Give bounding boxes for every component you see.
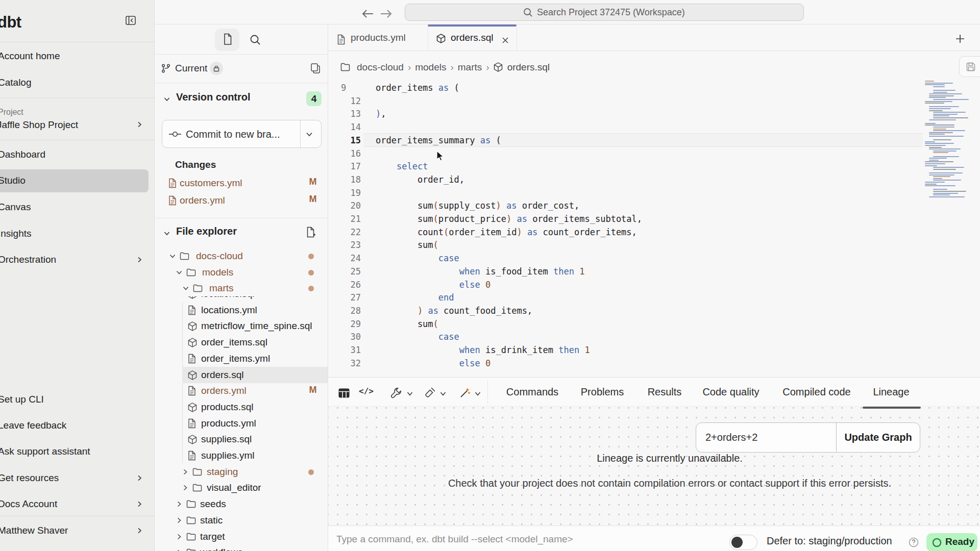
defer-toggle-knob (731, 537, 743, 548)
tab-products-yml[interactable]: products.yml (351, 31, 406, 44)
code-view-icon[interactable]: </> (359, 386, 374, 396)
user-menu[interactable]: Matthew Shaver (0, 522, 68, 539)
code-line: count(order_item_id) as count_order_item… (376, 226, 980, 239)
panel-tab-lineage[interactable]: Lineage (873, 378, 909, 407)
tree-item-label: supplies.sql (201, 431, 252, 447)
ai-wand-icon[interactable] (459, 387, 471, 398)
back-arrow-icon[interactable] (361, 8, 374, 19)
sidebar-item-ask-support-assistant[interactable]: Ask support assistant (0, 443, 90, 460)
minimap-line (933, 90, 955, 91)
code-line: select (376, 160, 980, 173)
chevron-right-icon (176, 500, 182, 508)
minimap-line (933, 194, 950, 195)
tree-item-workflows[interactable]: workflows (155, 544, 328, 551)
chevron-right-icon (182, 484, 188, 491)
folder-icon (186, 548, 196, 551)
sidebar-item-canvas[interactable]: Canvas (0, 199, 31, 215)
sidebar-item-leave-feedback[interactable]: Leave feedback (0, 417, 66, 434)
minimap-line (933, 167, 964, 168)
tree-item-label: order_items.sql (201, 334, 267, 350)
new-tab-plus-icon[interactable] (955, 34, 965, 43)
line-number: 17 (334, 160, 361, 173)
minimap-line (929, 160, 939, 161)
minimap-line (925, 145, 946, 146)
minimap-line (933, 130, 965, 131)
minimap-line (933, 176, 950, 177)
panel-tab-commands[interactable]: Commands (506, 378, 558, 407)
build-tools-icon[interactable] (390, 387, 402, 398)
tab-orders-sql[interactable]: orders.sql (451, 31, 493, 44)
sidebar-collapse-icon[interactable] (126, 16, 136, 25)
help-icon[interactable] (909, 537, 919, 547)
sidebar-item-docs-account[interactable]: Docs Account (0, 496, 57, 512)
chevron-right-icon (176, 517, 182, 524)
code-line: order_items as ( (376, 81, 980, 94)
tree-item-label: staging (207, 464, 238, 480)
update-graph-button[interactable]: Update Graph (836, 423, 920, 452)
tree-item-orders-yml[interactable]: orders.ymlM (155, 383, 328, 399)
defer-toggle[interactable] (729, 535, 757, 550)
ai-wand-chevron-icon[interactable] (474, 391, 481, 397)
top-header: Search Project 372475 (Workspace) (155, 0, 980, 24)
tree-item-products-sql[interactable]: products.sql (155, 399, 328, 415)
results-table-icon[interactable] (338, 388, 350, 398)
folder-icon (186, 268, 196, 277)
tree-item-metricflow-time-spine-sql[interactable]: metricflow_time_spine.sql (155, 318, 328, 334)
user-chevron-icon[interactable] (136, 527, 143, 534)
line-number: 23 (334, 238, 361, 252)
tree-item-static[interactable]: static (155, 512, 328, 529)
tree-item-target[interactable]: target (155, 529, 328, 545)
save-button[interactable] (959, 56, 980, 77)
tree-item-seeds[interactable]: seeds (155, 496, 328, 512)
lineage-selector-group: 2+orders+2 Update Graph (696, 422, 920, 453)
tree-item-models[interactable]: models (155, 264, 328, 281)
tree-item-locations-yml[interactable]: locations.yml (155, 302, 328, 318)
build-tools-chevron-icon[interactable] (406, 391, 413, 397)
sidebar-item-orchestration[interactable]: Orchestration (0, 252, 56, 268)
modified-dot (308, 286, 314, 291)
panel-tab-results[interactable]: Results (648, 378, 682, 407)
tree-item-label: static (200, 512, 223, 529)
tree-item-orders-sql[interactable]: orders.sql (155, 367, 328, 383)
sidebar-item-dashboard[interactable]: Dashboard (0, 146, 45, 163)
tree-item-supplies-yml[interactable]: supplies.yml (155, 447, 328, 464)
tree-item-staging[interactable]: staging (155, 464, 328, 480)
line-number: 26 (334, 278, 361, 291)
save-disk-icon (966, 62, 975, 71)
tree-item-products-yml[interactable]: products.yml (155, 415, 328, 432)
panel-tab-compiled-code[interactable]: Compiled code (782, 378, 850, 407)
command-input[interactable]: Type a command, ex. dbt build --select <… (336, 534, 573, 545)
line-number: 12 (334, 94, 361, 108)
lineage-selector-input[interactable]: 2+orders+2 (705, 423, 757, 452)
line-number: 25 (334, 265, 361, 278)
tree-item-docs-cloud[interactable]: docs-cloud (155, 248, 328, 264)
tree-item-order-items-sql[interactable]: order_items.sql (155, 334, 328, 350)
sidebar-item-catalog[interactable]: Catalog (0, 74, 32, 91)
tree-item-order-items-yml[interactable]: order_items.yml (155, 350, 328, 367)
minimap-line (933, 193, 958, 194)
project-chevron-icon[interactable] (136, 121, 143, 128)
project-name[interactable]: Jaffle Shop Project (0, 117, 78, 133)
tree-item-supplies-sql[interactable]: supplies.sql (155, 431, 328, 447)
sidebar-item-insights[interactable]: Insights (0, 226, 31, 242)
code-line: order_items_summary as ( (376, 134, 980, 147)
line-number: 20 (334, 199, 361, 212)
code-line: sum( (376, 317, 980, 331)
format-broom-icon[interactable] (425, 387, 435, 398)
sidebar-item-set-up-cli[interactable]: Set up CLI (0, 391, 44, 408)
format-chevron-icon[interactable] (439, 391, 447, 397)
panel-tab-problems[interactable]: Problems (581, 378, 624, 407)
sidebar-item-studio[interactable]: Studio (0, 172, 26, 189)
sidebar-item-account-home[interactable]: Account home (0, 48, 60, 64)
tree-item-marts[interactable]: marts (155, 280, 328, 296)
panel-tab-code-quality[interactable]: Code quality (702, 378, 759, 407)
tab-close-icon[interactable] (502, 37, 509, 44)
tree-item-label: locations.yml (201, 302, 257, 318)
sidebar-item-get-resources[interactable]: Get resources (0, 470, 59, 486)
code-editor[interactable]: 9order_items as (1213),1415order_items_s… (328, 51, 980, 377)
tree-item-label: order_items.yml (201, 350, 270, 367)
command-bar: Type a command, ex. dbt build --select <… (328, 525, 980, 551)
tree-item-visual-editor[interactable]: visual_editor (155, 480, 328, 496)
code-line: sum(supply_cost) as order_cost, (376, 199, 980, 212)
forward-arrow-icon[interactable] (380, 8, 393, 19)
